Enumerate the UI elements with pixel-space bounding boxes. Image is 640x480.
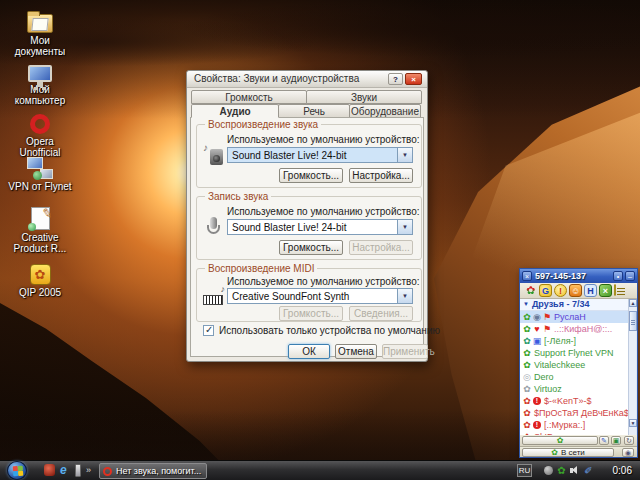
scroll-thumb[interactable] <box>629 311 637 331</box>
combo-value: Sound Blaster Live! 24-bit <box>232 150 347 161</box>
flower-icon <box>551 448 558 457</box>
folders-icon[interactable] <box>611 436 621 445</box>
checkbox-label: Использовать только устройства по умолча… <box>219 325 440 336</box>
robot-icon: ▣ <box>532 335 542 347</box>
device-label: Используемое по умолчанию устройство: <box>227 206 420 217</box>
tab-hardware[interactable]: Оборудование <box>349 104 421 118</box>
combo-value: Sound Blaster Live! 24-bit <box>232 222 347 233</box>
list-item[interactable]: ✿Vitalechkeee <box>520 359 628 371</box>
smiley-icon[interactable] <box>569 284 582 297</box>
contact-name: РуслаН <box>554 312 586 322</box>
help-button[interactable] <box>388 73 403 85</box>
qip-uin-title: 597-145-137 <box>535 271 586 281</box>
tab-sounds[interactable]: Звуки <box>306 90 422 104</box>
playback-volume-button[interactable]: Громкость... <box>279 168 343 183</box>
contact-name: Dero <box>534 372 554 382</box>
settings-tools-icon[interactable] <box>599 284 612 297</box>
desktop-icon-qip[interactable]: QIP 2005 <box>6 255 74 298</box>
playback-device-combo[interactable]: Sound Blaster Live! 24-bit <box>227 147 413 163</box>
group-title: Воспроизведение MIDI <box>205 263 317 274</box>
flower-gray-icon: ✿ <box>522 383 532 395</box>
list-item[interactable]: ✿![.:Мурка:.] <box>520 419 628 431</box>
tray-qip-icon[interactable] <box>556 465 567 476</box>
visibility-eye-icon[interactable] <box>622 448 634 457</box>
quicklaunch-display-icon[interactable] <box>75 464 82 478</box>
contact-name: ..::КифаН@::.. <box>554 324 612 334</box>
chevron-down-icon[interactable] <box>397 148 412 162</box>
qip-titlebar[interactable]: 597-145-137 <box>520 269 637 283</box>
online-status-button[interactable]: В сети <box>522 448 614 457</box>
status-flower-icon[interactable] <box>524 284 537 297</box>
collapse-arrow-icon <box>520 299 532 309</box>
scroll-down-icon[interactable] <box>629 419 637 427</box>
pin-icon: ⚑ <box>542 311 552 323</box>
chevron-down-icon[interactable] <box>397 220 412 234</box>
quicklaunch-chevron-icon[interactable] <box>86 464 91 478</box>
recording-device-combo[interactable]: Sound Blaster Live! 24-bit <box>227 219 413 235</box>
quicklaunch-app-icon[interactable] <box>44 464 56 478</box>
qip-toolbar: G H <box>520 283 637 299</box>
list-item[interactable]: ✿Virtuoz <box>520 383 628 395</box>
midi-device-combo[interactable]: Creative SoundFont Synth <box>227 288 413 304</box>
tray-pen-icon[interactable] <box>583 465 594 476</box>
midi-about-button: Сведения... <box>349 306 413 321</box>
close-icon[interactable] <box>522 271 532 281</box>
scrollbar[interactable] <box>628 299 636 435</box>
my-computer-icon <box>28 65 52 82</box>
scroll-up-icon[interactable] <box>629 299 637 307</box>
desktop-icon-vpn[interactable]: VPN от Flynet <box>6 149 74 192</box>
tab-speech[interactable]: Речь <box>278 104 350 118</box>
flower-green-icon: ✿ <box>522 359 532 371</box>
taskbar-clock: 0:06 <box>613 465 632 476</box>
quicklaunch-browser-icon[interactable]: e <box>60 464 72 478</box>
combo-value: Creative SoundFont Synth <box>232 291 349 302</box>
history-icon[interactable]: H <box>584 284 597 297</box>
list-item[interactable]: ✿◉⚑РуслаН <box>520 311 628 323</box>
list-item[interactable]: ✿$ПрОсТаЯ ДеВчЕнКа$ <box>520 407 628 419</box>
qip-middle-bar <box>520 435 637 446</box>
tab-audio[interactable]: Аудио <box>191 104 279 118</box>
close-icon[interactable] <box>405 73 422 85</box>
list-item[interactable]: ✿Support Flynet VPN <box>520 347 628 359</box>
google-icon[interactable]: G <box>539 284 552 297</box>
playback-settings-button[interactable]: Настройка... <box>349 168 413 183</box>
desktop-icon-creative[interactable]: ✎ Creative Product R... <box>6 200 74 254</box>
taskbar: e Нет звука, помогит... RU 0:06 <box>0 460 640 480</box>
tab-volume[interactable]: Громкость <box>191 90 307 104</box>
desktop-icon-my-documents[interactable]: Мои документы <box>6 3 74 57</box>
contact-name: Vitalechkeee <box>534 360 585 370</box>
start-button[interactable] <box>7 461 27 480</box>
list-item[interactable]: ✿!$-«KenT»-$ <box>520 395 628 407</box>
language-indicator[interactable]: RU <box>517 464 532 477</box>
status-wide-button[interactable] <box>522 436 598 445</box>
checkbox-checked-icon[interactable] <box>203 325 214 336</box>
flower-red-icon: ✿ <box>522 419 532 431</box>
volume-icon[interactable] <box>569 465 580 476</box>
chevron-down-icon[interactable] <box>397 289 412 303</box>
list-item[interactable]: ◎Dero <box>520 371 628 383</box>
desktop-icon-my-computer[interactable]: Мой компьютер <box>6 52 74 106</box>
ok-button[interactable]: ОК <box>288 344 330 359</box>
taskbar-task-button[interactable]: Нет звука, помогит... <box>99 463 207 479</box>
refresh-icon[interactable] <box>624 436 634 445</box>
online-status-label: В сети <box>561 448 585 457</box>
group-header-label: Друзья - 7/34 <box>532 299 589 309</box>
notes-icon[interactable] <box>614 284 616 296</box>
cancel-button[interactable]: Отмена <box>335 344 377 359</box>
desktop: Мои документы Мой компьютер Opera Unoffi… <box>0 0 640 480</box>
task-button-label: Нет звука, помогит... <box>116 466 204 476</box>
recording-volume-button[interactable]: Громкость... <box>279 240 343 255</box>
tray-app-icon[interactable] <box>543 465 554 476</box>
list-item[interactable]: ✿▣[-Лёля-] <box>520 335 628 347</box>
qip-contact-list: ✿◉⚑РуслаН✿♥⚑..::КифаН@::..✿▣[-Лёля-]✿Sup… <box>520 311 628 435</box>
contact-group-header[interactable]: Друзья - 7/34 <box>520 299 628 311</box>
edit-profile-icon[interactable] <box>599 436 609 445</box>
pin-icon[interactable] <box>613 271 623 281</box>
list-item[interactable]: ✿♥⚑..::КифаН@::.. <box>520 323 628 335</box>
group-midi-playback: Воспроизведение MIDI ♪ Используемое по у… <box>196 268 422 322</box>
minimize-icon[interactable] <box>625 271 635 281</box>
desktop-icon-label: Creative Product R... <box>6 232 74 254</box>
contact-name: Support Flynet VPN <box>534 348 614 358</box>
notification-icon[interactable] <box>554 284 567 297</box>
dialog-titlebar[interactable]: Свойства: Звуки и аудиоустройства <box>187 71 427 88</box>
